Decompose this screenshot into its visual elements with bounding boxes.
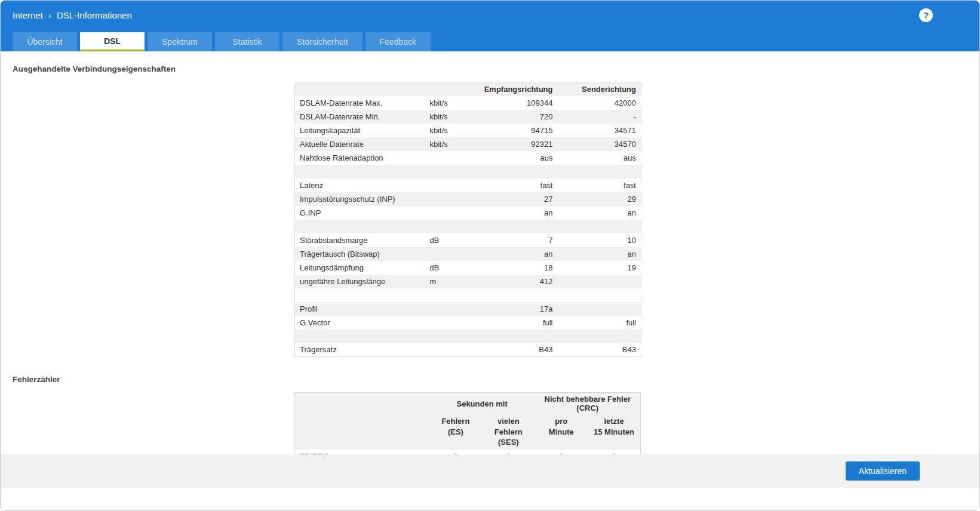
tab-uebersicht[interactable]: Übersicht	[13, 32, 77, 51]
table-cell: 92321	[465, 137, 558, 151]
table-cell: Latenz	[295, 178, 425, 192]
table-row: Leitungskapazitätkbit/s9471534571	[295, 124, 641, 137]
table-cell	[465, 288, 558, 302]
section-title-connection: Ausgehandelte Verbindungseigenschaften	[13, 64, 967, 73]
connection-properties-table: Empfangsrichtung Senderichtung DSLAM-Dat…	[294, 82, 641, 357]
table-cell: 0	[429, 450, 482, 454]
table-row: Latenzfastfast	[295, 178, 641, 192]
tab-stoersicherheit[interactable]: Störsicherheit	[282, 32, 362, 51]
table-cell: kbit/s	[425, 124, 465, 137]
table-cell: kbit/s	[425, 137, 465, 151]
table-row	[295, 165, 641, 178]
table-cell: Impulsstörungsschutz (INP)	[295, 192, 425, 206]
table-cell: an	[465, 206, 558, 220]
table-cell	[425, 302, 465, 316]
table-row: StörabstandsmargedB710	[295, 233, 641, 247]
table-cell: Trägersatz	[295, 343, 425, 357]
table-cell: 7	[465, 233, 558, 247]
table-cell	[558, 220, 641, 233]
table-cell: 42000	[558, 96, 641, 110]
table-cell	[425, 247, 465, 261]
table-cell	[425, 178, 465, 192]
column-header-label	[295, 82, 425, 96]
table-row: DSLAM-Datenrate Max.kbit/s10934442000	[295, 96, 641, 110]
table-header-row: Empfangsrichtung Senderichtung	[295, 82, 641, 96]
table-cell: kbit/s	[425, 96, 465, 110]
header-bar: Internet › DSL-Informationen ?	[1, 1, 979, 29]
table-cell: kbit/s	[425, 110, 465, 124]
table-cell	[425, 206, 465, 220]
table-row: FRITZ!Box0000	[295, 450, 641, 454]
table-cell: an	[558, 247, 641, 261]
table-cell: 18	[465, 261, 558, 275]
table-cell	[465, 220, 558, 233]
help-icon[interactable]: ?	[919, 8, 933, 22]
table-row	[295, 220, 641, 233]
table-cell: 10	[558, 233, 641, 247]
subheader-empty	[295, 414, 429, 450]
content-area: Ausgehandelte Verbindungseigenschaften E…	[1, 51, 979, 454]
column-header-upstream: Senderichtung	[558, 82, 641, 96]
table-cell: Trägertausch (Bitswap)	[295, 247, 425, 261]
subheader-es: Fehlern (ES)	[429, 414, 482, 450]
table-cell: m	[425, 275, 465, 288]
table-cell: 17a	[465, 302, 558, 316]
table-row: ungefähre Leitungslängem412	[295, 275, 641, 288]
table-cell: Nahtlose Ratenadaption	[295, 151, 425, 165]
table-subheader-row: Fehlern (ES) vielen Fehlern (SES) pro Mi…	[295, 414, 641, 450]
breadcrumb: Internet › DSL-Informationen	[13, 10, 132, 20]
table-row: Profil17a	[295, 302, 641, 316]
table-cell: 27	[465, 192, 558, 206]
breadcrumb-current-page: DSL-Informationen	[57, 10, 132, 20]
table-cell	[295, 330, 425, 343]
subheader-per-minute: pro Minute	[535, 414, 588, 450]
table-cell: 19	[558, 261, 641, 275]
table-cell: Leitungsdämpfung	[295, 261, 425, 275]
table-cell: 0	[535, 450, 588, 454]
table-cell	[558, 302, 641, 316]
tab-feedback[interactable]: Feedback	[365, 32, 431, 51]
column-header-unit	[425, 82, 465, 96]
table-cell: B43	[558, 343, 641, 357]
table-cell	[558, 288, 641, 302]
table-cell	[425, 330, 465, 343]
table-cell	[425, 192, 465, 206]
table-cell: Aktuelle Datenrate	[295, 137, 425, 151]
error-counter-table: Sekunden mit Nicht behebbare Fehler (CRC…	[294, 392, 641, 454]
table-cell: an	[558, 206, 641, 220]
table-cell: Profil	[295, 302, 425, 316]
table-cell: full	[558, 316, 641, 330]
tab-dsl[interactable]: DSL	[80, 32, 145, 51]
table-cell	[558, 275, 641, 288]
table-cell: an	[465, 247, 558, 261]
table-cell	[425, 288, 465, 302]
table-cell: DSLAM-Datenrate Max.	[295, 96, 425, 110]
table-cell: Leitungskapazität	[295, 124, 425, 137]
table-cell: full	[465, 316, 558, 330]
table-cell: 109344	[465, 96, 558, 110]
table-cell	[465, 165, 558, 178]
section-title-errors: Fehlerzähler	[13, 375, 967, 384]
table-cell	[295, 220, 425, 233]
table-cell	[295, 165, 425, 178]
refresh-button[interactable]: Aktualisieren	[846, 461, 920, 481]
group-header-empty	[295, 393, 429, 415]
tab-statistik[interactable]: Statistik	[215, 32, 279, 51]
table-cell	[425, 151, 465, 165]
subheader-last-15-min: letzte 15 Minuten	[588, 414, 640, 450]
table-cell: Störabstandsmarge	[295, 233, 425, 247]
tab-spektrum[interactable]: Spektrum	[148, 32, 212, 51]
table-cell: 412	[465, 275, 558, 288]
table-row: Aktuelle Datenratekbit/s9232134570	[295, 137, 641, 151]
table-cell: -	[558, 110, 641, 124]
table-cell: aus	[465, 151, 558, 165]
table-row: G.INPanan	[295, 206, 641, 220]
table-cell: ungefähre Leitungslänge	[295, 275, 425, 288]
table-cell	[425, 220, 465, 233]
table-row: G.Vectorfullfull	[295, 316, 641, 330]
breadcrumb-internet[interactable]: Internet	[13, 10, 43, 20]
table-cell	[425, 343, 465, 357]
subheader-ses: vielen Fehlern (SES)	[482, 414, 534, 450]
table-cell: 0	[482, 450, 534, 454]
table-cell: 720	[465, 110, 558, 124]
